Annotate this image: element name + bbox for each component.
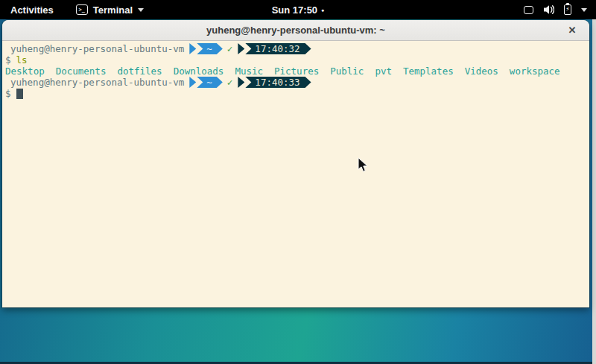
prompt-cwd-segment: ~ <box>197 43 223 54</box>
dir-item: Videos <box>465 66 498 77</box>
battery-charging-icon[interactable]: ⚡ <box>564 4 571 15</box>
prompt-user-host: yuheng@henry-personal-ubuntu-vm <box>10 77 184 88</box>
dir-item: Downloads <box>174 66 224 77</box>
notification-dot-icon: ● <box>321 7 324 13</box>
dir-item: Pictures <box>274 66 319 77</box>
dir-item: Public <box>330 66 364 77</box>
app-menu-label: Terminal <box>93 4 133 16</box>
terminal-screen[interactable]: yuheng@henry-personal-ubuntu-vm ~ ✓ 17:4… <box>2 41 589 307</box>
volume-icon[interactable] <box>543 4 554 15</box>
clock-menu[interactable]: Sun 17:50 ● <box>272 0 325 19</box>
command-text: ls <box>16 54 28 66</box>
command-line: $ ls <box>5 54 586 66</box>
prompt-user-host: yuheng@henry-personal-ubuntu-vm <box>10 43 184 54</box>
dir-item: pvt <box>375 66 392 77</box>
prompt-symbol: $ <box>5 54 11 66</box>
powerline-arrow-icon <box>238 43 244 54</box>
clock-text: Sun 17:50 <box>272 4 317 16</box>
terminal-cursor <box>16 89 23 99</box>
ls-output-line: Desktop Documents dotfiles Downloads Mus… <box>5 66 586 77</box>
close-icon[interactable]: ✕ <box>562 20 582 40</box>
chevron-down-icon <box>581 8 587 12</box>
screen-icon[interactable] <box>524 6 533 14</box>
system-tray-menu[interactable]: ⚡ <box>524 0 596 19</box>
status-check-icon: ✓ <box>227 43 233 54</box>
status-check-icon: ✓ <box>227 77 233 88</box>
terminal-window: yuheng@henry-personal-ubuntu-vm: ~ ✕ yuh… <box>2 20 589 307</box>
chevron-down-icon <box>138 8 144 12</box>
activities-label: Activities <box>10 4 54 16</box>
app-menu-terminal[interactable]: >_ Terminal <box>72 0 148 19</box>
prompt-time-segment: 17:40:32 <box>245 43 311 54</box>
input-line[interactable]: $ <box>5 88 586 99</box>
dir-item: Documents <box>56 66 107 77</box>
screen-right-edge-strip <box>592 19 596 364</box>
powerline-arrow-icon <box>189 43 196 54</box>
window-title: yuheng@henry-personal-ubuntu-vm: ~ <box>206 25 385 36</box>
dir-item: dotfiles <box>117 66 162 77</box>
terminal-icon: >_ <box>76 4 88 15</box>
prompt-cwd-segment: ~ <box>197 77 223 88</box>
dir-item: Templates <box>403 66 454 77</box>
powerline-arrow-icon <box>189 77 196 88</box>
activities-button[interactable]: Activities <box>0 0 64 19</box>
dir-item: workspace <box>510 66 560 77</box>
prompt-line: yuheng@henry-personal-ubuntu-vm ~ ✓ 17:4… <box>5 77 586 88</box>
prompt-symbol: $ <box>5 88 11 99</box>
dir-item: Desktop <box>5 66 45 77</box>
dir-item: Music <box>235 66 263 77</box>
top-bar: Activities >_ Terminal Sun 17:50 ● ⚡ <box>0 0 596 19</box>
prompt-line: yuheng@henry-personal-ubuntu-vm ~ ✓ 17:4… <box>5 43 586 54</box>
powerline-arrow-icon <box>238 77 244 88</box>
window-titlebar[interactable]: yuheng@henry-personal-ubuntu-vm: ~ ✕ <box>2 20 589 41</box>
prompt-time-segment: 17:40:33 <box>245 77 311 88</box>
